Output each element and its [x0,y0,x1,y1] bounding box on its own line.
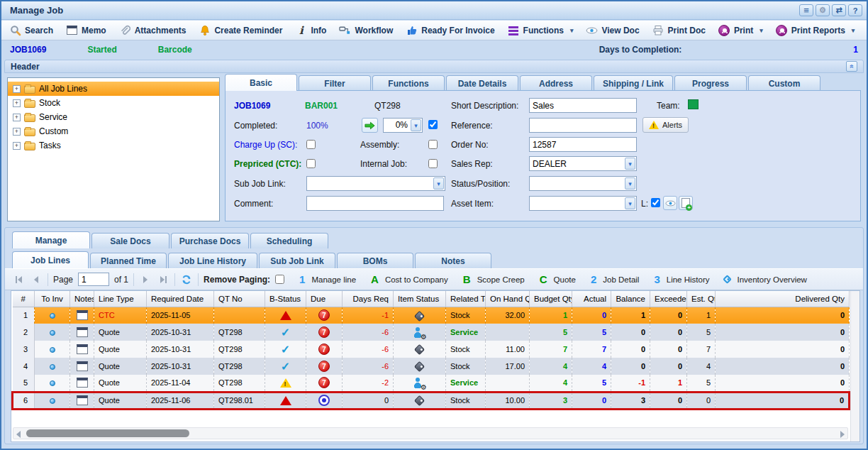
col-header[interactable]: Est. Qty. [687,291,716,307]
col-header[interactable]: To Inv [35,291,70,307]
memo-button[interactable]: Memo [61,22,111,39]
charge-up-checkbox[interactable] [306,140,316,149]
tree-item-all-job-lines[interactable]: All Job Lines [8,82,219,96]
tree-item-stock[interactable]: Stock [8,96,219,110]
ready-for-invoice-button[interactable]: Ready For Invoice [401,22,499,39]
tab-basic[interactable]: Basic [225,74,297,91]
scroll-right-icon[interactable] [840,431,845,438]
tab-boms[interactable]: BOMs [337,253,413,268]
prepriced-checkbox[interactable] [306,159,316,168]
comment-input[interactable] [306,196,444,211]
tab-scheduling[interactable]: Scheduling [250,233,328,248]
col-header[interactable]: B-Status [265,291,306,307]
refresh-grid-icon[interactable] [180,273,193,286]
chevron-down-icon[interactable] [625,177,635,190]
tab-shipping-link[interactable]: Shipping / Link [594,75,673,91]
save-button[interactable]: Save [862,22,868,39]
scrollbar-thumb[interactable] [26,429,189,437]
table-row[interactable]: 5 Quote 2025-11-04 QT298 7 -2 Service 4 [13,375,850,392]
internal-job-checkbox[interactable] [428,159,438,168]
print-doc-button[interactable]: Print Doc [647,22,711,39]
tab-sub-job-link[interactable]: Sub Job Link [259,253,335,268]
sales-rep-select[interactable]: DEALER [529,156,637,171]
tab-purchase-docs[interactable]: Purchase Docs [171,233,249,248]
chevron-down-icon[interactable] [625,158,635,170]
col-header[interactable]: Balance [611,291,650,307]
col-header[interactable]: QT No [214,291,265,307]
notes-icon[interactable] [77,344,88,354]
help-icon[interactable] [848,4,862,16]
tab-notes[interactable]: Notes [415,253,491,268]
expand-plus-icon[interactable] [13,85,21,93]
asset-item-select[interactable] [529,196,637,211]
col-header[interactable]: Days Req [343,291,394,307]
first-page-button[interactable] [12,273,25,286]
gear-icon[interactable] [816,4,830,16]
table-row[interactable]: 4 Quote 2025-10-31 QT298 7 -6 Stock 17.0… [13,358,850,375]
percent-select[interactable]: 0% [383,118,423,133]
expand-plus-icon[interactable] [13,128,21,136]
tab-job-line-history[interactable]: Job Line History [168,253,257,268]
chevron-down-icon[interactable] [625,197,635,209]
sub-job-link-select[interactable] [306,176,445,191]
workflow-button[interactable]: Workflow [334,22,398,39]
remove-paging-checkbox[interactable] [275,275,284,284]
horizontal-scrollbar[interactable] [13,427,848,439]
tab-manage[interactable]: Manage [12,231,90,248]
scroll-left-icon[interactable] [16,431,21,438]
print-reports-button[interactable]: Print Reports [771,22,860,39]
alerts-button[interactable]: Alerts [642,117,689,133]
col-header[interactable]: Due [306,291,343,307]
notes-icon[interactable] [77,395,88,405]
barcode-link[interactable]: Barcode [158,45,192,55]
team-color-swatch[interactable] [688,99,699,109]
chevron-down-icon[interactable] [433,177,444,190]
tree-item-tasks[interactable]: Tasks [8,138,219,153]
col-header[interactable]: Required Date [147,291,214,307]
tab-custom[interactable]: Custom [748,75,820,91]
col-header[interactable]: Delivered Qty [716,291,850,307]
col-header[interactable]: Notes [70,291,94,307]
table-row-selected[interactable]: 6 Quote 2025-11-06 QT298.01 0 Stock 10.0… [13,392,850,409]
expand-plus-icon[interactable] [13,142,21,150]
table-row[interactable]: 1 CTC 2025-11-05 7 -1 Stock 32.00 1 0 [13,307,850,324]
col-header[interactable]: Actual [572,291,611,307]
percent-checkbox[interactable] [428,120,438,129]
view-asset-eye-icon[interactable] [663,196,677,210]
short-description-input[interactable] [529,98,637,113]
tab-progress[interactable]: Progress [674,75,747,91]
add-document-icon[interactable] [679,196,693,210]
list-icon[interactable] [799,4,813,16]
col-header[interactable]: Related To [446,291,486,307]
next-page-button[interactable] [139,273,152,286]
notes-icon[interactable] [77,361,88,371]
tab-address[interactable]: Address [520,75,592,91]
reference-input[interactable] [529,118,637,133]
col-header[interactable]: On Hand Qty [486,291,530,307]
create-reminder-button[interactable]: Create Reminder [194,22,287,39]
col-header[interactable]: Exceeded [650,291,687,307]
expand-plus-icon[interactable] [13,99,21,107]
expand-plus-icon[interactable] [13,114,21,121]
tree-item-service[interactable]: Service [8,110,219,124]
assembly-checkbox[interactable] [428,140,438,149]
l-checkbox[interactable] [651,198,660,207]
tab-job-lines[interactable]: Job Lines [12,251,89,268]
tab-functions[interactable]: Functions [372,75,445,91]
functions-button[interactable]: Functions [503,22,579,39]
apply-percent-button[interactable] [362,118,378,133]
chevron-down-icon[interactable] [411,119,421,131]
info-button[interactable]: i Info [290,22,331,39]
tab-planned-time[interactable]: Planned Time [90,253,167,268]
page-number-input[interactable] [78,273,109,286]
tab-filter[interactable]: Filter [299,75,371,91]
vertical-scrollbar[interactable] [850,291,859,441]
col-header[interactable]: Budget Qty [530,291,572,307]
collapse-chevron-icon[interactable] [846,61,857,72]
status-position-select[interactable] [529,176,637,191]
search-button[interactable]: Search [4,22,58,39]
notes-icon[interactable] [77,327,88,337]
col-header[interactable]: Line Type [94,291,147,307]
order-no-input[interactable] [529,137,637,152]
tree-item-custom[interactable]: Custom [8,124,219,138]
